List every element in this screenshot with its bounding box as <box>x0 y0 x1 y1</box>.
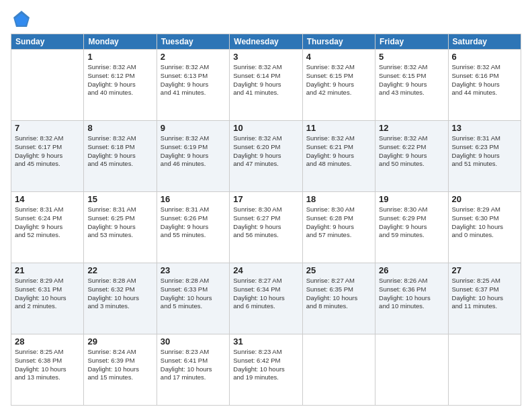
day-number: 1 <box>87 52 152 62</box>
day-info: Sunrise: 8:32 AM Sunset: 6:14 PM Dayligh… <box>233 63 298 97</box>
day-number: 31 <box>233 336 298 347</box>
day-cell: 13Sunrise: 8:31 AM Sunset: 6:23 PM Dayli… <box>448 121 521 192</box>
day-cell: 6Sunrise: 8:32 AM Sunset: 6:16 PM Daylig… <box>448 50 521 121</box>
day-cell: 21Sunrise: 8:29 AM Sunset: 6:31 PM Dayli… <box>11 263 84 334</box>
day-cell: 5Sunrise: 8:32 AM Sunset: 6:15 PM Daylig… <box>375 50 448 121</box>
day-cell: 30Sunrise: 8:23 AM Sunset: 6:41 PM Dayli… <box>157 334 229 406</box>
col-header-sunday: Sunday <box>11 34 84 50</box>
week-row-4: 21Sunrise: 8:29 AM Sunset: 6:31 PM Dayli… <box>11 263 521 334</box>
col-header-tuesday: Tuesday <box>157 34 229 50</box>
col-header-thursday: Thursday <box>302 34 375 50</box>
day-info: Sunrise: 8:24 AM Sunset: 6:39 PM Dayligh… <box>87 348 152 382</box>
logo-icon <box>11 8 32 30</box>
day-info: Sunrise: 8:31 AM Sunset: 6:24 PM Dayligh… <box>15 205 80 240</box>
day-number: 15 <box>87 194 152 204</box>
day-cell: 29Sunrise: 8:24 AM Sunset: 6:39 PM Dayli… <box>84 334 157 406</box>
day-cell: 12Sunrise: 8:32 AM Sunset: 6:22 PM Dayli… <box>375 121 448 192</box>
day-number: 10 <box>233 123 298 133</box>
day-cell: 17Sunrise: 8:30 AM Sunset: 6:27 PM Dayli… <box>230 192 302 263</box>
day-number: 3 <box>233 52 298 62</box>
day-info: Sunrise: 8:32 AM Sunset: 6:15 PM Dayligh… <box>379 63 444 97</box>
day-number: 16 <box>161 194 226 204</box>
week-row-1: 1Sunrise: 8:32 AM Sunset: 6:12 PM Daylig… <box>11 50 521 121</box>
day-info: Sunrise: 8:32 AM Sunset: 6:18 PM Dayligh… <box>87 134 152 169</box>
day-number: 23 <box>161 265 226 275</box>
day-number: 25 <box>306 265 371 275</box>
day-info: Sunrise: 8:31 AM Sunset: 6:26 PM Dayligh… <box>161 205 226 240</box>
day-info: Sunrise: 8:25 AM Sunset: 6:37 PM Dayligh… <box>452 277 517 311</box>
day-cell: 10Sunrise: 8:32 AM Sunset: 6:20 PM Dayli… <box>230 121 302 192</box>
day-number: 27 <box>452 265 517 275</box>
day-number: 18 <box>306 194 371 204</box>
day-info: Sunrise: 8:32 AM Sunset: 6:19 PM Dayligh… <box>161 134 226 169</box>
day-cell: 18Sunrise: 8:30 AM Sunset: 6:28 PM Dayli… <box>302 192 375 263</box>
day-number: 6 <box>452 52 517 62</box>
day-info: Sunrise: 8:30 AM Sunset: 6:27 PM Dayligh… <box>233 205 298 240</box>
day-number: 2 <box>161 52 226 62</box>
day-cell: 20Sunrise: 8:29 AM Sunset: 6:30 PM Dayli… <box>448 192 521 263</box>
day-cell: 4Sunrise: 8:32 AM Sunset: 6:15 PM Daylig… <box>302 50 375 121</box>
week-row-2: 7Sunrise: 8:32 AM Sunset: 6:17 PM Daylig… <box>11 121 521 192</box>
day-number: 14 <box>15 194 80 204</box>
day-cell <box>302 334 375 406</box>
day-number: 30 <box>161 336 226 347</box>
day-number: 8 <box>87 123 152 133</box>
day-cell: 16Sunrise: 8:31 AM Sunset: 6:26 PM Dayli… <box>157 192 229 263</box>
day-cell: 19Sunrise: 8:30 AM Sunset: 6:29 PM Dayli… <box>375 192 448 263</box>
header <box>11 8 521 30</box>
day-info: Sunrise: 8:29 AM Sunset: 6:30 PM Dayligh… <box>452 205 517 240</box>
column-header-row: SundayMondayTuesdayWednesdayThursdayFrid… <box>11 34 521 50</box>
day-info: Sunrise: 8:32 AM Sunset: 6:21 PM Dayligh… <box>306 134 371 169</box>
day-number: 24 <box>233 265 298 275</box>
week-row-3: 14Sunrise: 8:31 AM Sunset: 6:24 PM Dayli… <box>11 192 521 263</box>
day-info: Sunrise: 8:32 AM Sunset: 6:20 PM Dayligh… <box>233 134 298 169</box>
day-number: 9 <box>161 123 226 133</box>
day-info: Sunrise: 8:32 AM Sunset: 6:12 PM Dayligh… <box>87 63 152 97</box>
col-header-saturday: Saturday <box>448 34 521 50</box>
week-row-5: 28Sunrise: 8:25 AM Sunset: 6:38 PM Dayli… <box>11 334 521 406</box>
day-number: 13 <box>452 123 517 133</box>
day-number: 5 <box>379 52 444 62</box>
day-cell: 24Sunrise: 8:27 AM Sunset: 6:34 PM Dayli… <box>230 263 302 334</box>
col-header-wednesday: Wednesday <box>230 34 302 50</box>
day-info: Sunrise: 8:28 AM Sunset: 6:32 PM Dayligh… <box>87 277 152 311</box>
day-info: Sunrise: 8:31 AM Sunset: 6:23 PM Dayligh… <box>452 134 517 169</box>
col-header-friday: Friday <box>375 34 448 50</box>
calendar-table: SundayMondayTuesdayWednesdayThursdayFrid… <box>11 34 521 406</box>
day-cell <box>448 334 521 406</box>
day-info: Sunrise: 8:27 AM Sunset: 6:35 PM Dayligh… <box>306 277 371 311</box>
day-info: Sunrise: 8:32 AM Sunset: 6:16 PM Dayligh… <box>452 63 517 97</box>
day-cell: 7Sunrise: 8:32 AM Sunset: 6:17 PM Daylig… <box>11 121 84 192</box>
day-info: Sunrise: 8:32 AM Sunset: 6:13 PM Dayligh… <box>161 63 226 97</box>
day-cell: 27Sunrise: 8:25 AM Sunset: 6:37 PM Dayli… <box>448 263 521 334</box>
day-info: Sunrise: 8:26 AM Sunset: 6:36 PM Dayligh… <box>379 277 444 311</box>
day-number: 12 <box>379 123 444 133</box>
day-number: 28 <box>15 336 80 347</box>
day-number: 20 <box>452 194 517 204</box>
day-number: 17 <box>233 194 298 204</box>
day-number: 29 <box>87 336 152 347</box>
day-number: 4 <box>306 52 371 62</box>
day-info: Sunrise: 8:27 AM Sunset: 6:34 PM Dayligh… <box>233 277 298 311</box>
page: SundayMondayTuesdayWednesdayThursdayFrid… <box>0 0 532 411</box>
day-number: 7 <box>15 123 80 133</box>
day-info: Sunrise: 8:30 AM Sunset: 6:29 PM Dayligh… <box>379 205 444 240</box>
day-number: 21 <box>15 265 80 275</box>
day-info: Sunrise: 8:32 AM Sunset: 6:15 PM Dayligh… <box>306 63 371 97</box>
day-cell <box>375 334 448 406</box>
day-cell <box>11 50 84 121</box>
day-cell: 28Sunrise: 8:25 AM Sunset: 6:38 PM Dayli… <box>11 334 84 406</box>
day-info: Sunrise: 8:32 AM Sunset: 6:17 PM Dayligh… <box>15 134 80 169</box>
day-cell: 22Sunrise: 8:28 AM Sunset: 6:32 PM Dayli… <box>84 263 157 334</box>
day-cell: 15Sunrise: 8:31 AM Sunset: 6:25 PM Dayli… <box>84 192 157 263</box>
day-cell: 25Sunrise: 8:27 AM Sunset: 6:35 PM Dayli… <box>302 263 375 334</box>
day-info: Sunrise: 8:32 AM Sunset: 6:22 PM Dayligh… <box>379 134 444 169</box>
day-info: Sunrise: 8:30 AM Sunset: 6:28 PM Dayligh… <box>306 205 371 240</box>
day-info: Sunrise: 8:23 AM Sunset: 6:41 PM Dayligh… <box>161 348 226 382</box>
day-cell: 23Sunrise: 8:28 AM Sunset: 6:33 PM Dayli… <box>157 263 229 334</box>
day-number: 11 <box>306 123 371 133</box>
day-cell: 2Sunrise: 8:32 AM Sunset: 6:13 PM Daylig… <box>157 50 229 121</box>
day-cell: 8Sunrise: 8:32 AM Sunset: 6:18 PM Daylig… <box>84 121 157 192</box>
day-cell: 1Sunrise: 8:32 AM Sunset: 6:12 PM Daylig… <box>84 50 157 121</box>
day-cell: 31Sunrise: 8:23 AM Sunset: 6:42 PM Dayli… <box>230 334 302 406</box>
